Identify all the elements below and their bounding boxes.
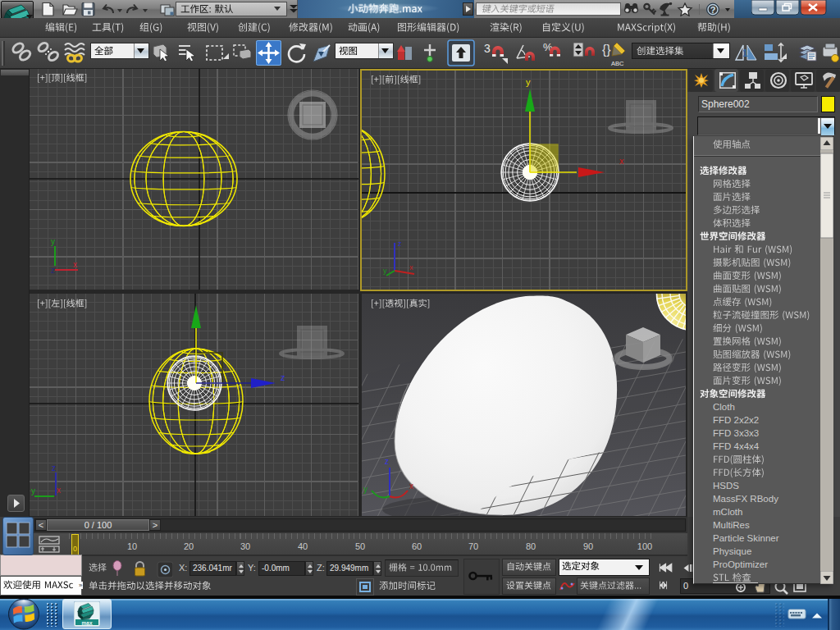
svg-text:y: y xyxy=(363,485,368,494)
svg-text:z: z xyxy=(52,463,56,472)
svg-text:?: ? xyxy=(710,5,716,15)
svg-text:x: x xyxy=(57,486,61,495)
svg-text:y: y xyxy=(526,77,531,87)
svg-text:y: y xyxy=(31,486,35,495)
svg-text:3: 3 xyxy=(484,42,491,55)
svg-text:z: z xyxy=(385,457,389,466)
svg-text:y: y xyxy=(51,237,55,246)
svg-text:y: y xyxy=(383,267,387,275)
svg-text:x: x xyxy=(409,263,413,272)
svg-text:{}: {} xyxy=(602,43,611,57)
svg-text:x: x xyxy=(73,260,77,269)
svg-text:max: max xyxy=(81,620,92,626)
svg-text:x: x xyxy=(409,482,413,491)
svg-text:z: z xyxy=(281,372,285,382)
svg-text:1: 1 xyxy=(742,48,748,59)
svg-text:x: x xyxy=(619,156,624,166)
svg-text:z: z xyxy=(51,266,55,275)
svg-text:ABC: ABC xyxy=(611,60,624,67)
svg-text:z: z xyxy=(398,240,402,248)
